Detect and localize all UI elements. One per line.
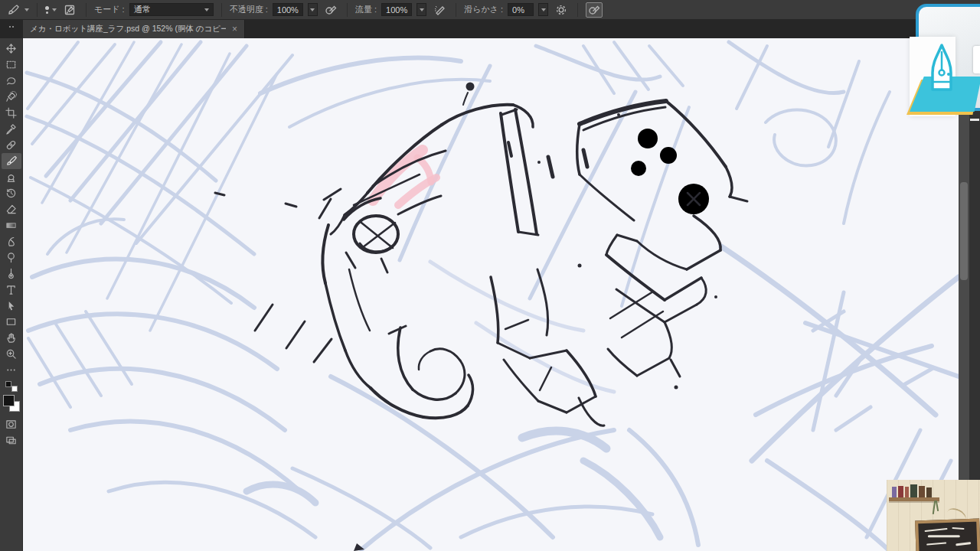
chevron-down-icon [541, 8, 546, 11]
smoothing-label: 滑らかさ : [464, 4, 503, 15]
chevron-down-icon [24, 8, 29, 11]
history-brush-tool[interactable] [2, 185, 21, 201]
crop-icon [5, 107, 17, 119]
canvas[interactable] [23, 38, 959, 551]
separator [577, 3, 578, 17]
hand-icon [5, 332, 17, 344]
lasso-icon [5, 75, 17, 86]
healing-brush-tool[interactable] [2, 137, 21, 153]
webcam-overlay [887, 480, 980, 551]
clone-stamp-icon [5, 171, 17, 183]
separator [221, 3, 222, 17]
separator [37, 3, 38, 17]
gradient-tool[interactable] [2, 217, 21, 233]
shape-tool[interactable] [2, 314, 21, 330]
eraser-tool[interactable] [2, 201, 21, 217]
scrollbar-thumb[interactable] [960, 182, 968, 280]
flow-field[interactable]: 100% [381, 3, 412, 16]
quick-mask-button[interactable] [2, 416, 21, 432]
shelf-item [905, 487, 909, 497]
pen-nib-icon [925, 42, 959, 103]
smoothing-options-button[interactable] [553, 2, 570, 18]
shelf-item [892, 487, 897, 497]
separator [86, 3, 87, 17]
dodge-icon [5, 252, 17, 263]
path-selection-icon [5, 300, 17, 311]
pen-icon [5, 268, 17, 279]
foreground-color-swatch[interactable] [3, 395, 15, 406]
brush-tool-icon [5, 2, 21, 18]
edit-toolbar-button[interactable] [2, 362, 21, 378]
flow-label: 流量 : [355, 4, 377, 15]
clone-stamp-tool[interactable] [2, 169, 21, 185]
chevron-down-icon [310, 8, 315, 11]
zoom-tool[interactable] [2, 346, 21, 362]
airbrush-button[interactable] [431, 2, 448, 18]
close-icon[interactable]: × [232, 24, 237, 34]
quick-selection-tool[interactable] [2, 89, 21, 105]
options-bar: モード : 通常 不透明度 : 100% 流量 : 100% 滑らかさ : 0% [0, 0, 980, 20]
gear-icon [555, 4, 567, 16]
shelf-item [910, 484, 917, 497]
document-tab-bar: メカ・ロボット講座_ラフ.psd @ 152% (胴体 のコピー, RGB/8#… [0, 20, 980, 38]
document-tab[interactable]: メカ・ロボット講座_ラフ.psd @ 152% (胴体 のコピー, RGB/8#… [23, 20, 245, 38]
toolbar-collapse-icon[interactable] [0, 26, 23, 38]
lasso-tool[interactable] [2, 73, 21, 89]
tool-preset-group[interactable] [5, 2, 29, 18]
brush-icon [5, 155, 17, 167]
smudge-tool[interactable] [2, 233, 21, 249]
flow-value: 100% [386, 5, 407, 15]
separator [456, 3, 456, 17]
smoothing-field[interactable]: 0% [508, 3, 534, 16]
type-tool[interactable] [2, 282, 21, 298]
chevron-down-icon [204, 8, 209, 11]
opacity-field[interactable]: 100% [273, 3, 303, 16]
shelf-item [926, 487, 932, 497]
brush-tool[interactable] [2, 153, 21, 169]
document-title: メカ・ロボット講座_ラフ.psd @ 152% (胴体 のコピー, RGB/8#… [30, 24, 226, 34]
pressure-opacity-icon [325, 4, 337, 16]
eyedropper-tool[interactable] [2, 121, 21, 137]
chevron-down-icon [420, 8, 424, 11]
chalk-mark [956, 542, 971, 546]
marquee-tool[interactable] [2, 57, 21, 73]
default-colors-icon[interactable] [5, 381, 18, 392]
crop-tool[interactable] [2, 105, 21, 121]
mode-label: モード : [94, 4, 125, 15]
tools-panel [0, 38, 23, 551]
smoothing-dropdown[interactable] [538, 3, 548, 16]
pressure-size-button[interactable] [586, 2, 603, 18]
stream-logo-overlay [911, 0, 980, 122]
chevron-down-icon [52, 8, 57, 11]
pen-tool[interactable] [2, 266, 21, 282]
hanging-plant [931, 500, 942, 517]
healing-brush-icon [5, 139, 17, 151]
chalk-mark [928, 535, 960, 537]
ellipsis-icon [5, 364, 17, 376]
logo-side-tab [973, 46, 980, 73]
hand-tool[interactable] [2, 330, 21, 346]
opacity-value: 100% [277, 5, 299, 15]
flow-dropdown[interactable] [416, 3, 426, 16]
move-tool[interactable] [2, 41, 21, 57]
brush-preset-picker[interactable] [45, 6, 57, 14]
toggle-brush-panel-button[interactable] [61, 2, 78, 18]
pressure-opacity-button[interactable] [322, 2, 339, 18]
screen-mode-button[interactable] [2, 432, 21, 448]
shelf-item [919, 486, 925, 497]
canvas-artwork [23, 38, 959, 551]
dodge-tool[interactable] [2, 249, 21, 266]
brush-preset-preview-icon [45, 6, 49, 14]
pressure-size-icon [588, 4, 600, 16]
opacity-dropdown[interactable] [308, 3, 318, 16]
separator [347, 3, 348, 17]
smudge-icon [5, 236, 17, 247]
screen-mode-icon [5, 435, 17, 446]
photoshop-window: モード : 通常 不透明度 : 100% 流量 : 100% 滑らかさ : 0% [0, 0, 980, 551]
path-selection-tool[interactable] [2, 298, 21, 314]
eyedropper-icon [5, 123, 17, 135]
color-swatches [3, 395, 20, 412]
marquee-icon [5, 59, 17, 70]
opacity-label: 不透明度 : [230, 4, 268, 15]
mode-dropdown[interactable]: 通常 [129, 3, 214, 16]
